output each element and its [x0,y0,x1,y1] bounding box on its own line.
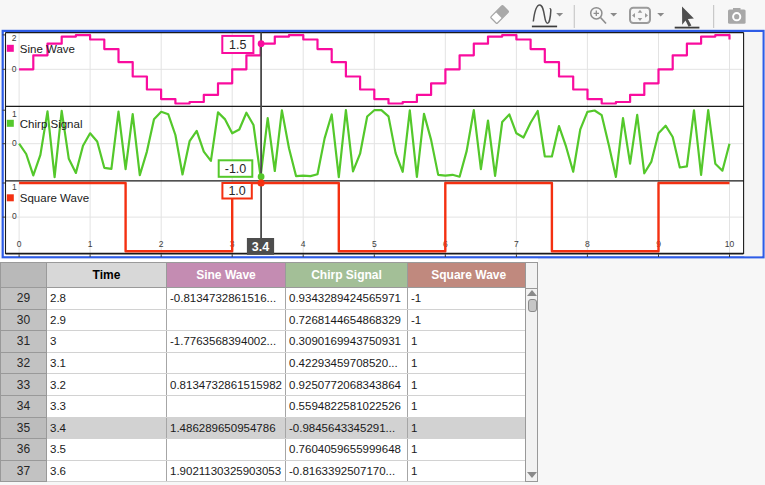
svg-text:1: 1 [12,109,17,119]
svg-text:Sine Wave: Sine Wave [20,43,75,55]
svg-text:7: 7 [514,239,519,249]
svg-text:1: 1 [88,239,93,249]
svg-text:1.0: 1.0 [228,184,245,198]
svg-text:0: 0 [12,64,17,74]
svg-text:0: 0 [12,211,17,221]
svg-text:1: 1 [12,182,17,192]
svg-text:0: 0 [17,239,22,249]
svg-text:10: 10 [725,239,735,249]
svg-text:-1.0: -1.0 [225,162,247,176]
svg-text:2: 2 [159,239,164,249]
svg-text:Chirp Signal: Chirp Signal [20,118,83,130]
svg-text:4: 4 [301,239,306,249]
svg-text:2: 2 [12,33,17,43]
svg-text:0: 0 [12,138,17,148]
svg-text:1.5: 1.5 [229,38,246,52]
svg-text:8: 8 [585,239,590,249]
svg-text:Square Wave: Square Wave [20,192,89,204]
svg-text:5: 5 [372,239,377,249]
svg-text:3.4: 3.4 [252,240,269,254]
